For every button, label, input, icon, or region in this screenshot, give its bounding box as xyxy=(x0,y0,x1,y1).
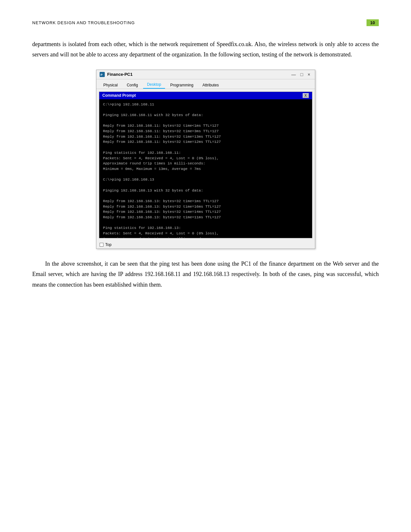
tab-bar: Physical Config Desktop Programming Attr… xyxy=(96,79,315,89)
top-label: Top xyxy=(105,242,112,247)
page-header: NETWORK DESIGN AND TROUBLESHOOTING 10 xyxy=(32,19,379,26)
window-titlebar: P Finance-PC1 — □ × xyxy=(96,70,315,79)
window-controls: — □ × xyxy=(290,72,312,77)
page: NETWORK DESIGN AND TROUBLESHOOTING 10 de… xyxy=(0,0,411,532)
closing-paragraph: In the above screenshot, it can be seen … xyxy=(32,259,379,290)
cmd-close-button[interactable]: X xyxy=(303,93,309,98)
tab-attributes[interactable]: Attributes xyxy=(199,82,223,89)
minimize-button[interactable]: — xyxy=(290,72,297,77)
top-checkbox[interactable] xyxy=(100,243,103,247)
page-number: 10 xyxy=(367,19,379,26)
maximize-button[interactable]: □ xyxy=(299,72,304,77)
tab-config[interactable]: Config xyxy=(123,82,142,89)
cmd-titlebar: Command Prompt X xyxy=(99,92,312,99)
window-bottom-bar: Top xyxy=(96,241,315,249)
command-prompt-window: Command Prompt X C:\>ping 192.168.168.11… xyxy=(99,92,312,238)
tab-programming[interactable]: Programming xyxy=(166,82,197,89)
document-title: NETWORK DESIGN AND TROUBLESHOOTING xyxy=(32,20,135,25)
tab-desktop[interactable]: Desktop xyxy=(143,81,165,89)
window-title-text: Finance-PC1 xyxy=(107,72,133,77)
window-title-area: P Finance-PC1 xyxy=(100,72,133,77)
cmd-title-text: Command Prompt xyxy=(103,93,136,98)
cisco-pt-icon: P xyxy=(100,72,105,77)
tab-physical[interactable]: Physical xyxy=(100,82,122,89)
packet-tracer-window: P Finance-PC1 — □ × Physical Config Desk… xyxy=(96,70,315,249)
intro-paragraph: departments is isolated from each other,… xyxy=(32,39,379,60)
close-button[interactable]: × xyxy=(306,72,311,77)
cmd-output[interactable]: C:\>ping 192.168.168.11 Pinging 192.168.… xyxy=(99,99,312,238)
svg-text:P: P xyxy=(101,73,103,76)
